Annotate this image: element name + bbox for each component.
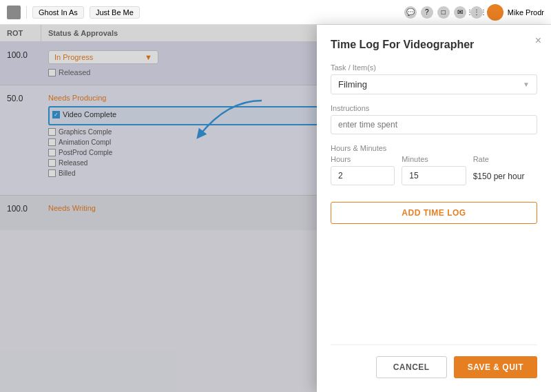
instructions-section: Instructions (331, 104, 537, 134)
hours-minutes-label: Hours & Minutes (331, 144, 537, 152)
cancel-button[interactable]: CANCEL (376, 356, 447, 378)
add-time-log-button[interactable]: ADD TIME LOG (331, 202, 537, 224)
rate-col-label: Rate (473, 155, 537, 163)
avatar[interactable] (487, 4, 503, 21)
column-labels: Hours Minutes Rate (331, 155, 537, 163)
chat-icon[interactable]: 💬 (404, 6, 417, 19)
time-log-modal: × Time Log For Videographer Task / Item(… (317, 25, 551, 392)
grid-icon[interactable]: ⋮⋮⋮ (470, 6, 483, 19)
task-value: Filming (338, 79, 367, 90)
modal-overlay: × Time Log For Videographer Task / Item(… (0, 25, 551, 392)
mail-icon[interactable]: ✉ (454, 6, 466, 19)
calendar-icon[interactable]: □ (437, 6, 450, 19)
chevron-down-icon: ▼ (523, 81, 530, 88)
modal-footer: CANCEL SAVE & QUIT (331, 344, 537, 378)
help-icon[interactable]: ? (421, 6, 433, 19)
task-label: Task / Item(s) (331, 63, 537, 72)
top-nav: Ghost In As Just Be Me 💬 ? □ ✉ ⋮⋮⋮ Mike … (0, 0, 551, 25)
user-name: Mike Prodr (508, 8, 544, 17)
just-be-me-button[interactable]: Just Be Me (90, 6, 140, 19)
ghost-in-as-button[interactable]: Ghost In As (32, 6, 84, 19)
nav-divider (26, 6, 27, 19)
hours-row: $150 per hour (331, 166, 537, 185)
main-area: ROT Status & Approvals HOUS 100.0 In Pro… (0, 25, 551, 392)
instructions-label: Instructions (331, 104, 537, 112)
rate-value: $150 per hour (473, 167, 537, 185)
rate-col: $150 per hour (473, 167, 537, 185)
nav-icons-group: 💬 ? □ ✉ ⋮⋮⋮ Mike Prodr (404, 4, 544, 21)
hours-minutes-section: Hours & Minutes Hours Minutes Rate $150 … (331, 144, 537, 185)
hours-col-label: Hours (331, 155, 395, 163)
save-quit-button[interactable]: SAVE & QUIT (454, 356, 537, 378)
instructions-input[interactable] (331, 115, 537, 134)
hours-col (331, 166, 395, 185)
close-button[interactable]: × (535, 34, 541, 47)
modal-title: Time Log For Videographer (331, 39, 537, 51)
minutes-col-label: Minutes (402, 155, 466, 163)
task-dropdown[interactable]: Filming ▼ (331, 74, 537, 94)
minutes-input[interactable] (402, 166, 466, 185)
task-section: Task / Item(s) Filming ▼ (331, 63, 537, 94)
hours-input[interactable] (331, 166, 395, 185)
minutes-col (402, 166, 466, 185)
nav-logo-icon (7, 6, 21, 19)
